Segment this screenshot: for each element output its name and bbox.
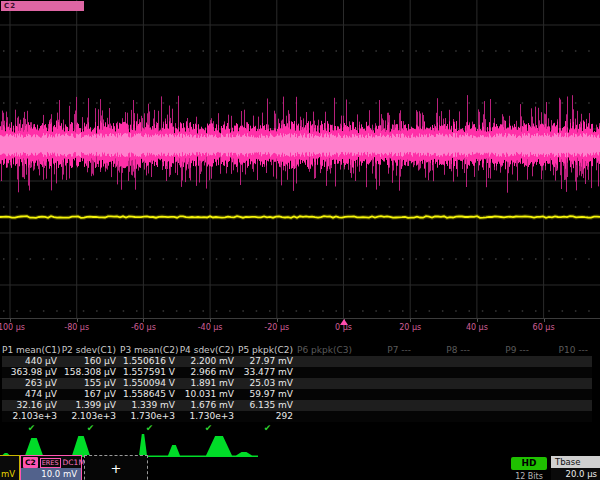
- measure-value: [356, 400, 415, 411]
- c1-scale-value: 10.0 mV: [0, 468, 19, 480]
- measure-value: 1.730e+3: [120, 411, 179, 422]
- axis-tick: [544, 319, 545, 322]
- measure-value: 1.550094 V: [120, 378, 179, 389]
- measure-value: 1.339 mV: [120, 400, 179, 411]
- histogram-peaks: [0, 434, 258, 457]
- measure-value: [356, 411, 415, 422]
- measure-value: 25.03 mV: [238, 378, 297, 389]
- measure-value: 6.135 mV: [238, 400, 297, 411]
- axis-tick: [277, 319, 278, 322]
- measure-value: 1.730e+3: [179, 411, 238, 422]
- measure-value: 160 µV: [61, 356, 120, 367]
- measure-value: [297, 367, 356, 378]
- add-trace-button[interactable]: +: [84, 455, 148, 480]
- c2-filter-tag: ERES: [40, 458, 61, 468]
- measure-value: 33.477 mV: [238, 367, 297, 378]
- measure-value: 1.676 mV: [179, 400, 238, 411]
- measure-value: [474, 378, 533, 389]
- measure-value: [533, 378, 592, 389]
- measure-value: [533, 400, 592, 411]
- measure-value: [297, 356, 356, 367]
- measure-header[interactable]: P7 ---: [356, 344, 415, 356]
- axis-tick-label: -100 µs: [0, 323, 25, 332]
- waveform-grid[interactable]: C2: [0, 0, 600, 318]
- measure-value: [415, 400, 474, 411]
- measure-value: 2.103e+3: [2, 411, 61, 422]
- measure-value: [474, 411, 533, 422]
- channel-descriptor-c1[interactable]: C1 DC1M 10.0 mV: [0, 455, 20, 480]
- trace-label-badge[interactable]: C2: [1, 1, 84, 11]
- measure-value: [533, 411, 592, 422]
- measure-header[interactable]: P8 ---: [415, 344, 474, 356]
- measure-value: 2.966 mV: [179, 367, 238, 378]
- measure-value: [533, 356, 592, 367]
- axis-tick-label: -40 µs: [198, 323, 223, 332]
- axis-tick: [77, 319, 78, 322]
- axis-tick: [143, 319, 144, 322]
- measure-value: [356, 378, 415, 389]
- measure-value: [533, 389, 592, 400]
- hd-bits-label: 12 Bits: [506, 472, 552, 480]
- measure-value: [356, 389, 415, 400]
- bottom-descriptor-bar: C1 DC1M 10.0 mV C2 ERES DC1M 10.0 mV + H…: [0, 455, 600, 480]
- axis-tick-label: 20 µs: [399, 323, 421, 332]
- measure-header[interactable]: P5 pkpk(C2): [238, 344, 297, 356]
- measure-value: 1.558645 V: [120, 389, 179, 400]
- trigger-position-marker[interactable]: [340, 319, 348, 325]
- measure-value: [415, 411, 474, 422]
- measure-value: 167 µV: [61, 389, 120, 400]
- measure-value: [415, 378, 474, 389]
- c2-channel-tag: C2: [23, 457, 38, 468]
- timebase-descriptor[interactable]: Tbase 20.0 µs: [551, 456, 600, 480]
- waveform-canvas: [0, 0, 600, 318]
- axis-tick-label: -80 µs: [64, 323, 89, 332]
- measure-header[interactable]: P1 mean(C1): [2, 344, 61, 356]
- measure-value: 2.103e+3: [61, 411, 120, 422]
- measure-value: 440 µV: [2, 356, 61, 367]
- measure-value: [297, 389, 356, 400]
- measure-value: [297, 411, 356, 422]
- measure-value: 155 µV: [61, 378, 120, 389]
- axis-tick: [410, 319, 411, 322]
- measure-value: [415, 389, 474, 400]
- measure-value: 292: [238, 411, 297, 422]
- measure-header[interactable]: P2 sdev(C1): [61, 344, 120, 356]
- c2-coupling-label: DC1M: [63, 457, 85, 468]
- axis-tick-label: -60 µs: [131, 323, 156, 332]
- measure-value: [474, 367, 533, 378]
- measure-value: [474, 389, 533, 400]
- measure-value: 59.97 mV: [238, 389, 297, 400]
- measure-value: 1.399 µV: [61, 400, 120, 411]
- measure-value: 2.200 mV: [179, 356, 238, 367]
- time-axis: -100 µs-80 µs-60 µs-40 µs-20 µs0 µs20 µs…: [0, 318, 600, 336]
- axis-tick: [477, 319, 478, 322]
- measure-value: 10.031 mV: [179, 389, 238, 400]
- measure-value: [474, 400, 533, 411]
- measure-value: [356, 356, 415, 367]
- measure-value: 158.308 µV: [61, 367, 120, 378]
- measure-value: 32.16 µV: [2, 400, 61, 411]
- measure-header[interactable]: P3 mean(C2): [120, 344, 179, 356]
- measure-value: [297, 400, 356, 411]
- measure-header[interactable]: P4 sdev(C2): [179, 344, 238, 356]
- measure-value: [474, 356, 533, 367]
- hd-mode-button[interactable]: HD: [511, 457, 547, 470]
- measure-value: [533, 367, 592, 378]
- axis-tick: [10, 319, 11, 322]
- measure-value: 1.550616 V: [120, 356, 179, 367]
- measure-header[interactable]: P10 ---: [533, 344, 592, 356]
- c2-scale-value: 10.0 mV: [21, 468, 81, 480]
- timebase-value: 20.0 µs: [551, 468, 600, 480]
- axis-tick: [210, 319, 211, 322]
- measure-value: [297, 378, 356, 389]
- measure-value: 1.557591 V: [120, 367, 179, 378]
- measure-header[interactable]: P9 ---: [474, 344, 533, 356]
- measure-value: [415, 367, 474, 378]
- measure-header[interactable]: P6 pkpk(C3): [297, 344, 356, 356]
- measure-value: 1.891 mV: [179, 378, 238, 389]
- measure-value: 474 µV: [2, 389, 61, 400]
- channel-descriptor-c2[interactable]: C2 ERES DC1M 10.0 mV: [20, 455, 82, 480]
- axis-tick-label: -20 µs: [264, 323, 289, 332]
- axis-tick-label: 60 µs: [533, 323, 555, 332]
- measure-value: 363.98 µV: [2, 367, 61, 378]
